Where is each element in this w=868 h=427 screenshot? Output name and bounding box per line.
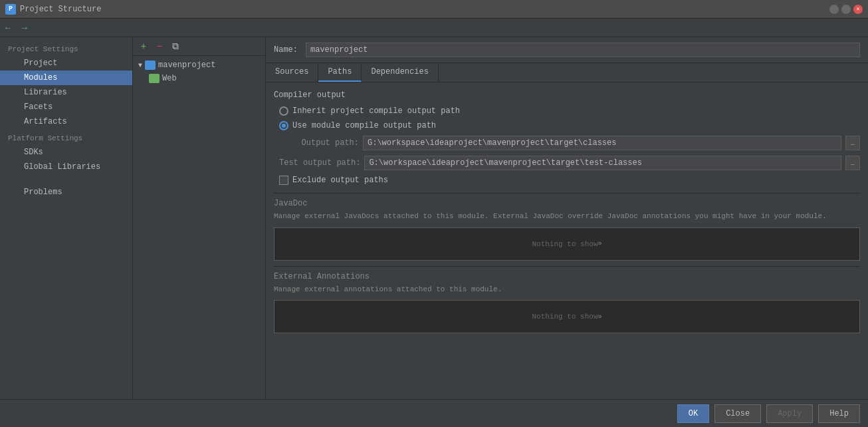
minimize-button[interactable] <box>829 5 839 14</box>
back-button[interactable]: ← <box>5 23 11 33</box>
app-icon: P <box>5 4 16 15</box>
output-path-row: Output path: … <box>274 136 860 150</box>
sidebar: Project Settings Project Modules Librari… <box>0 37 133 399</box>
sidebar-item-problems[interactable]: Problems <box>0 185 132 200</box>
tabs-row: Sources Paths Dependencies <box>266 63 868 82</box>
javadoc-nothing-text: Nothing to show <box>532 240 597 248</box>
top-nav-bar: ← → <box>0 19 868 37</box>
help-button[interactable]: Help <box>818 404 860 423</box>
sidebar-item-sdks[interactable]: SDKs <box>0 145 132 160</box>
tab-dependencies[interactable]: Dependencies <box>362 63 438 82</box>
tree-node-label: mavenproject <box>158 61 215 70</box>
output-path-input[interactable] <box>363 136 841 150</box>
expand-arrow: ▼ <box>138 62 142 69</box>
compiler-output-title: Compiler output <box>274 90 860 100</box>
sidebar-item-libraries[interactable]: Libraries <box>0 85 132 100</box>
name-row: Name: <box>266 37 868 63</box>
radio-inherit-row: Inherit project compile output path <box>274 106 860 116</box>
sidebar-item-modules[interactable]: Modules <box>0 71 132 85</box>
paths-tab-content: Compiler output Inherit project compile … <box>266 82 868 399</box>
external-annotations-desc: Manage external annotations attached to … <box>274 284 860 295</box>
right-panel: Name: Sources Paths Dependencies Compile… <box>266 37 868 399</box>
window-title: Project Structure <box>20 5 101 14</box>
radio-module[interactable] <box>279 121 288 130</box>
radio-inherit-label: Inherit project compile output path <box>292 106 460 116</box>
copy-module-button[interactable]: ⧉ <box>169 40 182 53</box>
radio-inherit[interactable] <box>279 106 288 116</box>
radio-module-label: Use module compile output path <box>292 121 436 130</box>
module-tree-panel: + − ⧉ ▼ mavenproject Web <box>133 37 266 399</box>
external-annotations-title: External Annotations <box>274 272 860 281</box>
javadoc-desc: Manage external JavaDocs attached to thi… <box>274 211 860 222</box>
javadoc-section-title: JavaDoc <box>274 199 860 208</box>
external-annotations-empty-box: Nothing to show » <box>274 300 860 333</box>
close-button[interactable]: ✕ <box>853 5 863 14</box>
tab-paths[interactable]: Paths <box>318 63 362 82</box>
name-input[interactable] <box>306 43 860 57</box>
exclude-checkbox[interactable] <box>279 176 288 185</box>
sidebar-item-global-libraries[interactable]: Global Libraries <box>0 160 132 174</box>
bottom-bar: OK Close Apply Help <box>0 399 868 427</box>
exclude-checkbox-row: Exclude output paths <box>274 176 860 185</box>
ok-button[interactable]: OK <box>677 404 709 423</box>
output-path-label: Output path: <box>279 138 359 148</box>
tree-node-web[interactable]: Web <box>133 72 265 85</box>
apply-button[interactable]: Apply <box>766 404 813 423</box>
separator-2 <box>274 266 860 267</box>
web-icon <box>149 74 160 83</box>
name-field-label: Name: <box>274 45 300 55</box>
tab-sources[interactable]: Sources <box>266 63 318 82</box>
sidebar-item-facets[interactable]: Facets <box>0 100 132 114</box>
sidebar-item-project[interactable]: Project <box>0 56 132 71</box>
external-annotations-expand-btn[interactable]: » <box>598 313 602 321</box>
tree-node-mavenproject[interactable]: ▼ mavenproject <box>133 59 265 72</box>
test-output-path-label: Test output path: <box>279 158 360 168</box>
platform-settings-label: Platform Settings <box>0 129 132 145</box>
test-output-path-input[interactable] <box>364 156 841 170</box>
tree-toolbar: + − ⧉ <box>133 37 265 56</box>
javadoc-empty-box: Nothing to show » <box>274 227 860 261</box>
javadoc-expand-btn[interactable]: » <box>598 240 602 247</box>
output-path-browse-button[interactable]: … <box>845 136 860 150</box>
external-annotations-nothing-text: Nothing to show <box>532 313 597 321</box>
tree-node-web-label: Web <box>162 74 177 83</box>
separator-1 <box>274 193 860 194</box>
remove-module-button[interactable]: − <box>153 40 166 53</box>
exclude-label: Exclude output paths <box>292 176 388 185</box>
maximize-button[interactable] <box>841 5 851 14</box>
tree-content: ▼ mavenproject Web <box>133 56 265 399</box>
radio-module-row: Use module compile output path <box>274 121 860 130</box>
module-icon <box>145 61 156 70</box>
sidebar-item-artifacts[interactable]: Artifacts <box>0 114 132 129</box>
add-module-button[interactable]: + <box>137 40 150 53</box>
title-bar: P Project Structure ✕ <box>0 0 868 19</box>
close-button-bottom[interactable]: Close <box>714 404 761 423</box>
test-output-path-row: Test output path: … <box>274 156 860 170</box>
project-settings-label: Project Settings <box>0 40 132 56</box>
window-controls: ✕ <box>829 5 863 14</box>
test-output-path-browse-button[interactable]: … <box>845 156 860 170</box>
forward-button[interactable]: → <box>21 23 27 33</box>
